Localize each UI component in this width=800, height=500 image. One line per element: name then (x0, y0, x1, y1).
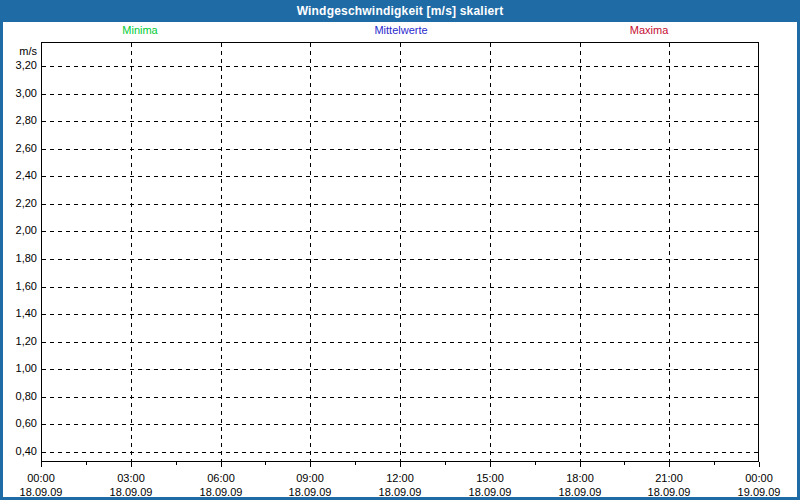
y-tick-label: 3,00 (0, 87, 37, 100)
x-time-label: 00:00 (27, 472, 55, 484)
legend-item-mittelwerte: Mittelwerte (374, 24, 427, 37)
x-time-label: 06:00 (207, 472, 235, 484)
x-major-tick (490, 462, 491, 467)
x-major-tick (221, 462, 222, 467)
x-time-label: 18:00 (566, 472, 594, 484)
x-date-label: 18.09.09 (648, 486, 691, 498)
y-tick-label: 1,20 (0, 335, 37, 348)
chart-window: Windgeschwindigkeit [m/s] skaliert Minim… (0, 0, 800, 500)
x-time-label: 00:00 (745, 472, 773, 484)
x-major-tick (580, 462, 581, 467)
y-tick-label: 1,80 (0, 252, 37, 265)
x-date-label: 18.09.09 (20, 486, 63, 498)
x-date-label: 18.09.09 (469, 486, 512, 498)
x-minor-tick (445, 462, 446, 465)
y-tick-label: 2,20 (0, 197, 37, 210)
x-date-label: 18.09.09 (200, 486, 243, 498)
x-major-tick (41, 462, 42, 467)
x-minor-tick (624, 462, 625, 465)
x-date-label: 18.09.09 (289, 486, 332, 498)
y-tick-label: 3,20 (0, 59, 37, 72)
window-titlebar[interactable]: Windgeschwindigkeit [m/s] skaliert (0, 0, 800, 22)
x-time-label: 15:00 (476, 472, 504, 484)
v-gridline (490, 43, 491, 461)
y-axis-unit-label: m/s (0, 45, 37, 57)
x-date-label: 18.09.09 (559, 486, 602, 498)
y-tick-label: 0,40 (0, 445, 37, 458)
y-tick-label: 1,00 (0, 362, 37, 375)
v-gridline (669, 43, 670, 461)
y-tick-label: 2,40 (0, 169, 37, 182)
x-date-label: 19.09.09 (738, 486, 781, 498)
x-minor-tick (535, 462, 536, 465)
x-major-tick (131, 462, 132, 467)
x-minor-tick (86, 462, 87, 465)
v-gridline (131, 43, 132, 461)
v-gridline (310, 43, 311, 461)
y-tick-label: 0,80 (0, 390, 37, 403)
v-gridline (221, 43, 222, 461)
x-date-label: 18.09.09 (379, 486, 422, 498)
x-date-label: 18.09.09 (110, 486, 153, 498)
x-time-label: 12:00 (386, 472, 414, 484)
y-tick-label: 1,60 (0, 280, 37, 293)
legend-item-minima: Minima (122, 24, 157, 37)
v-gridline (580, 43, 581, 461)
x-minor-tick (265, 462, 266, 465)
window-title: Windgeschwindigkeit [m/s] skaliert (297, 4, 504, 18)
x-minor-tick (176, 462, 177, 465)
x-time-label: 21:00 (655, 472, 683, 484)
y-tick-label: 2,60 (0, 142, 37, 155)
x-major-tick (669, 462, 670, 467)
x-time-label: 03:00 (117, 472, 145, 484)
y-tick-label: 1,40 (0, 307, 37, 320)
x-minor-tick (714, 462, 715, 465)
y-tick-label: 0,60 (0, 417, 37, 430)
x-time-label: 09:00 (296, 472, 324, 484)
x-major-tick (310, 462, 311, 467)
x-minor-tick (355, 462, 356, 465)
legend-item-maxima: Maxima (630, 24, 669, 37)
y-tick-label: 2,00 (0, 224, 37, 237)
x-major-tick (400, 462, 401, 467)
x-major-tick (759, 462, 760, 467)
y-tick-label: 2,80 (0, 114, 37, 127)
v-gridline (400, 43, 401, 461)
